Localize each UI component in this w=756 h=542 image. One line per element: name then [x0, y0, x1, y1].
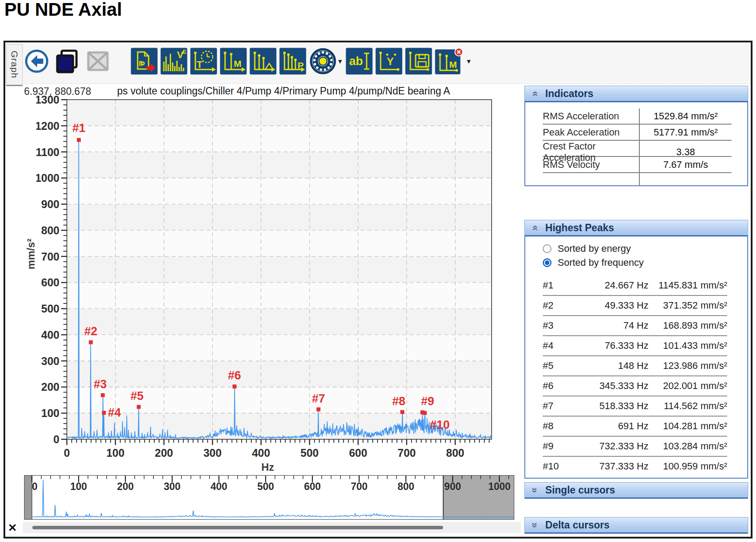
y-scale-button[interactable]: Y — [375, 48, 402, 75]
cursor-delta-icon — [250, 48, 277, 75]
label-ab-icon: ab — [346, 48, 373, 75]
export-spectrum-button[interactable] — [131, 48, 158, 75]
svg-text:#3: #3 — [94, 378, 107, 391]
svg-text:0: 0 — [64, 447, 70, 459]
svg-text:1200: 1200 — [36, 120, 59, 132]
peak-rank: #2 — [543, 300, 570, 311]
delete-button-disabled[interactable] — [84, 49, 111, 74]
peak-frequency: 24.667 Hz — [570, 280, 648, 291]
peak-rank: #5 — [543, 360, 570, 372]
single-cursors-panel: » Single cursors — [524, 482, 748, 499]
svg-text:1100: 1100 — [36, 146, 59, 158]
peak-frequency: 148 Hz — [570, 360, 648, 372]
indicator-label: RMS Velocity — [543, 159, 639, 170]
svg-text:300: 300 — [203, 447, 222, 459]
glyph-ab: ab — [349, 55, 363, 68]
expand-chevron-icon: » — [530, 522, 540, 528]
close-icon[interactable]: ✕ — [8, 521, 17, 534]
radio-selected-icon[interactable] — [543, 258, 551, 267]
peak-frequency: 345.333 Hz — [570, 380, 648, 392]
peak-amplitude: 168.893 mm/s² — [648, 320, 727, 331]
peak-rank: #8 — [543, 420, 570, 432]
peak-amplitude: 123.986 mm/s² — [648, 360, 727, 372]
toolbar: V E T — [24, 47, 471, 76]
peak-frequency: 732.333 Hz — [570, 441, 648, 452]
svg-text:#9: #9 — [421, 395, 434, 408]
spectrum-chart[interactable]: 0100200300400500600700800900100011001200… — [36, 94, 526, 469]
sort-option[interactable]: Sorted by energy — [543, 242, 727, 256]
peak-amplitude: 371.352 mm/s² — [648, 300, 727, 311]
peak-row: #7518.333 Hz114.562 mm/s² — [543, 396, 727, 417]
highest-peaks-panel-header[interactable]: » Highest Peaks — [524, 220, 748, 236]
svg-text:900: 900 — [41, 198, 59, 210]
glyph-m: M — [234, 59, 242, 69]
svg-text:1000: 1000 — [488, 481, 510, 492]
delete-disabled-icon — [84, 49, 111, 74]
delta-cursors-header[interactable]: » Delta cursors — [524, 517, 748, 534]
peak-amplitude: 202.001 mm/s² — [648, 380, 727, 392]
svg-text:500: 500 — [41, 302, 59, 315]
tab-graph[interactable]: Graph — [6, 44, 23, 86]
svg-text:0: 0 — [32, 481, 38, 492]
cursor-peaks-button[interactable]: P — [279, 48, 306, 75]
horizontal-scrollbar-track[interactable] — [23, 522, 521, 533]
indicators-panel-header[interactable]: » Indicators — [524, 86, 748, 102]
label-ab-button[interactable]: ab — [346, 48, 373, 75]
svg-text:500: 500 — [301, 447, 319, 459]
bearing-icon — [309, 47, 337, 75]
peak-rank: #1 — [543, 280, 570, 291]
peak-rank: #7 — [543, 400, 570, 412]
svg-text:400: 400 — [252, 447, 270, 459]
glyph-m2: M — [449, 59, 457, 69]
save-cursors-button[interactable] — [405, 48, 432, 75]
radio-unselected-icon[interactable] — [543, 244, 551, 253]
svg-text:700: 700 — [41, 250, 59, 263]
overview-strip[interactable]: 01002003004005006007008009001000 — [24, 475, 514, 520]
indicator-row: Crest Factor Acceleration3.38 — [543, 141, 732, 157]
save-cursors-icon — [405, 48, 432, 75]
expand-chevron-icon: » — [530, 487, 540, 493]
bearing-dropdown-arrow[interactable]: ▾ — [338, 57, 342, 66]
svg-text:700: 700 — [398, 447, 416, 459]
svg-text:600: 600 — [41, 276, 59, 288]
time-record-button[interactable]: T — [190, 48, 217, 75]
peak-amplitude: 104.281 mm/s² — [648, 420, 727, 432]
cursor-dropdown-arrow[interactable]: ▾ — [467, 57, 471, 66]
svg-text:#8: #8 — [392, 395, 406, 408]
peak-amplitude: 103.284 mm/s² — [648, 441, 727, 452]
y-scale-icon: Y — [375, 48, 402, 75]
cursor-delta-button[interactable] — [250, 48, 277, 75]
tab-graph-label: Graph — [9, 51, 20, 78]
peak-row: #476.333 Hz101.433 mm/s² — [543, 336, 727, 356]
indicator-label: RMS Acceleration — [543, 111, 639, 122]
horizontal-scrollbar-thumb[interactable] — [32, 526, 443, 529]
delta-cursors-panel: » Delta cursors — [524, 517, 748, 534]
indicator-value: 1529.84 mm/s² — [639, 108, 732, 124]
remove-cursor-button[interactable]: M — [435, 48, 464, 75]
single-cursors-header[interactable]: » Single cursors — [524, 482, 748, 499]
svg-text:300: 300 — [41, 355, 59, 367]
peak-row: #5148 Hz123.986 mm/s² — [543, 356, 727, 376]
copy-button[interactable] — [55, 49, 80, 74]
delta-cursors-title: Delta cursors — [545, 519, 610, 531]
svg-text:#2: #2 — [84, 325, 97, 338]
cursor-peaks-icon: P — [279, 48, 306, 75]
svg-text:800: 800 — [41, 224, 59, 236]
glyph-y: Y — [387, 56, 394, 67]
back-button[interactable] — [24, 49, 49, 74]
svg-text:#7: #7 — [312, 392, 325, 405]
collapse-chevron-icon: » — [530, 91, 540, 97]
bearing-frequencies-button[interactable] — [309, 47, 337, 75]
spectrum-velocity-button[interactable]: V E — [160, 48, 187, 75]
indicator-row: RMS Acceleration1529.84 mm/s² — [543, 108, 732, 125]
highest-peaks-panel-title: Highest Peaks — [545, 222, 614, 234]
svg-text:800: 800 — [398, 481, 414, 492]
indicator-row-empty — [543, 173, 732, 185]
cursor-m-button[interactable]: M — [220, 48, 247, 75]
sort-option-label: Sorted by frequency — [558, 257, 644, 268]
svg-text:100: 100 — [106, 447, 125, 459]
sort-option[interactable]: Sorted by frequency — [543, 256, 727, 270]
svg-text:200: 200 — [41, 381, 59, 393]
svg-text:900: 900 — [444, 481, 461, 492]
peak-frequency: 518.333 Hz — [570, 400, 648, 412]
